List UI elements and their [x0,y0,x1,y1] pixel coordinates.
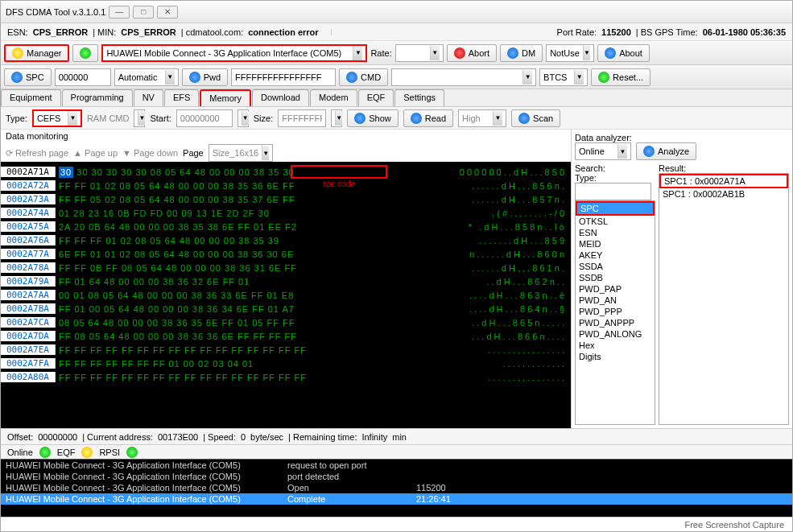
hex-view[interactable]: spc code 0002A71A30 30 30 30 30 30 08 05… [1,162,571,428]
rem-label: | Remaining time: [288,432,357,442]
bs-label: byte/sec [250,432,283,442]
tab-memory[interactable]: Memory [200,89,251,106]
tab-download[interactable]: Download [252,89,309,106]
result-item[interactable]: SPC1 : 0x0002A71A [659,174,788,188]
hex-row[interactable]: 0002A80AFF FF FF FF FF FF FF FF FF FF FF… [1,370,571,384]
abort-icon [454,47,465,59]
search-item[interactable]: SSDA [576,261,655,272]
reset-icon [598,72,609,83]
result-list[interactable]: SPC1 : 0x0002A71ASPC1 : 0x0002AB1B [659,173,789,425]
cmd-dropdown[interactable]: ▼ [391,68,536,86]
pwd-button[interactable]: Pwd [182,68,228,86]
hex-row[interactable]: 0002A7AA00 01 08 05 64 48 00 00 00 38 36… [1,288,571,302]
hex-row[interactable]: 0002A73AFF FF 05 02 08 05 64 48 00 00 00… [1,192,571,206]
size-input[interactable] [278,109,326,127]
start-dropdown[interactable]: ▼ [237,109,249,127]
cmd-button[interactable]: CMD [339,68,388,86]
search-item[interactable]: PWD_AN [576,295,655,306]
hex-row[interactable]: 0002A79AFF 01 64 48 00 00 00 38 36 32 6E… [1,274,571,288]
eqf-label: EQF [57,447,76,457]
search-item[interactable]: PWD_ANLONG [576,328,655,340]
rate-dropdown[interactable]: ▼ [395,44,444,62]
tab-efs[interactable]: EFS [164,89,199,106]
maximize-button[interactable]: □ [133,6,154,19]
hex-row[interactable]: 0002A75A2A 20 0B 64 48 00 00 00 38 35 38… [1,220,571,233]
log-row[interactable]: HUAWEI Mobile Connect - 3G Application I… [1,471,792,482]
tab-equipment[interactable]: Equipment [1,89,61,106]
search-item[interactable]: AKEY [576,250,655,261]
refresh-page-button[interactable]: ⟳ Refresh page [6,148,68,159]
dm-dropdown[interactable]: NotUse▼ [546,44,594,62]
tab-modem[interactable]: Modem [310,89,357,106]
search-item[interactable]: Digits [576,351,655,362]
page-size-dropdown[interactable]: Size_16x16▼ [209,144,273,162]
log-row[interactable]: HUAWEI Mobile Connect - 3G Application I… [1,493,792,505]
show-button[interactable]: Show [347,109,399,127]
about-button[interactable]: About [597,44,650,62]
search-item[interactable]: PWD_ANPPP [576,317,655,328]
esn-value: CPS_ERROR [33,27,88,37]
minimize-button[interactable]: — [109,6,130,19]
device-dropdown[interactable]: HUAWEI Mobile Connect - 3G Application I… [101,44,367,62]
dm-button[interactable]: DM [500,44,543,62]
log-row[interactable]: HUAWEI Mobile Connect - 3G Application I… [1,460,792,471]
analyze-icon [643,146,655,157]
start-input[interactable] [176,109,233,127]
hex-row[interactable]: 0002A78AFF FF 0B FF 08 05 64 48 00 00 00… [1,261,571,274]
log-row[interactable]: HUAWEI Mobile Connect - 3G Application I… [1,482,792,493]
hex-row[interactable]: 0002A7EAFF FF FF FF FF FF FF FF FF FF FF… [1,343,571,357]
search-list[interactable]: SPCOTKSLESNMEIDAKEYSSDASSDBPWD_PAPPWD_AN… [575,200,655,425]
page-down-button[interactable]: ▼ Page down [122,148,178,158]
type-dropdown[interactable]: CEFS▼ [32,109,82,127]
hex-row[interactable]: 0002A7CA08 05 64 48 00 00 00 38 36 35 6E… [1,315,571,329]
main-toolbar: Manager HUAWEI Mobile Connect - 3G Appli… [1,41,792,65]
search-item[interactable]: ESN [576,227,655,238]
online-bar: Online EQF RPSI [1,444,792,459]
spc-input[interactable] [55,68,111,86]
btcs-dropdown[interactable]: BTCS▼ [539,68,588,86]
analyze-button[interactable]: Analyze [636,142,696,160]
search-item[interactable]: SPC [576,201,655,216]
hex-row[interactable]: 0002A74A01 28 23 16 0B FD FD 00 09 13 1E… [1,206,571,220]
hex-row[interactable]: 0002A72AFF FF 01 02 08 05 64 48 00 00 00… [1,179,571,192]
rpsi-label: RPSI [99,447,120,457]
ram-cmd-dropdown[interactable]: ▼ [134,109,145,127]
size-dropdown[interactable]: ▼ [331,109,342,127]
search-item[interactable]: Hex [576,340,655,351]
hex-row[interactable]: 0002A7FAFF FF FF FF FF FF FF 01 00 02 03… [1,357,571,370]
page-up-button[interactable]: ▲ Page up [73,148,118,158]
auto-dropdown[interactable]: Automatic▼ [114,68,179,86]
tab-eqf[interactable]: EQF [358,89,394,106]
reset-button[interactable]: Reset... [591,68,651,86]
curr-label: | Current address: [82,432,153,442]
refresh-device-button[interactable] [72,44,98,62]
online-dropdown[interactable]: Online▼ [575,142,631,160]
refresh-icon [80,47,91,59]
hex-row[interactable]: 0002A77A6E FF 01 01 02 08 05 64 48 00 00… [1,247,571,261]
search-item[interactable]: OTKSL [576,216,655,227]
tab-programming[interactable]: Programming [62,89,133,106]
high-dropdown[interactable]: High▼ [458,109,506,127]
spc-button[interactable]: SPC [4,68,52,86]
abort-button[interactable]: Abort [447,44,497,62]
hex-row[interactable]: 0002A76AFF FF FF 01 02 08 05 64 48 00 00… [1,233,571,247]
pwd-input[interactable] [231,68,336,86]
search-type-input[interactable] [575,183,651,200]
manager-button[interactable]: Manager [4,44,69,62]
hex-row[interactable]: 0002A71A30 30 30 30 30 30 08 05 64 48 00… [1,165,571,179]
search-item[interactable]: SSDB [576,272,655,283]
hex-row[interactable]: 0002A7BAFF 01 00 05 64 48 00 00 00 38 36… [1,302,571,315]
read-button[interactable]: Read [403,109,453,127]
tab-settings[interactable]: Settings [394,89,444,106]
type-label: Type: [6,113,27,123]
gps-label: | BS GPS Time: [636,27,698,37]
log-panel[interactable]: HUAWEI Mobile Connect - 3G Application I… [1,459,792,517]
scan-button[interactable]: Scan [511,109,560,127]
search-item[interactable]: MEID [576,238,655,250]
search-item[interactable]: PWD_PPP [576,306,655,317]
search-item[interactable]: PWD_PAP [576,283,655,295]
tab-nv[interactable]: NV [134,89,163,106]
close-button[interactable]: ✕ [157,6,178,19]
result-item[interactable]: SPC1 : 0x0002AB1B [659,188,788,200]
hex-row[interactable]: 0002A7DAFF 08 05 64 48 00 00 00 38 36 36… [1,329,571,343]
